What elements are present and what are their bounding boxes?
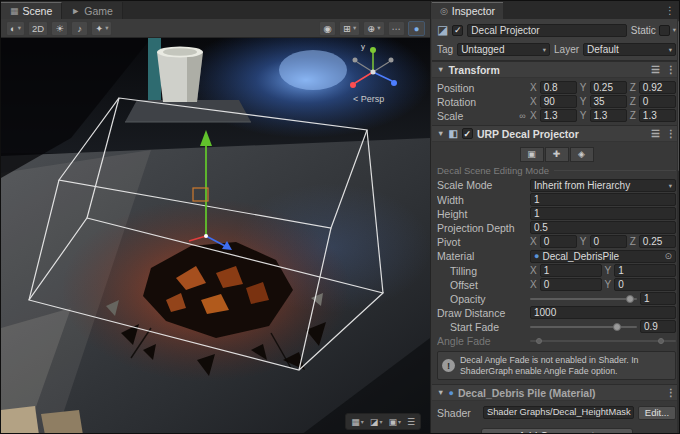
scene-lighting-toggle[interactable]: ☀ <box>51 21 68 36</box>
rotation-label: Rotation <box>437 96 527 108</box>
tag-dropdown[interactable]: Untagged ▾ <box>457 43 550 56</box>
toggle-2d-button[interactable]: 2D <box>28 21 48 36</box>
slider-handle[interactable] <box>613 323 621 331</box>
scene-audio-toggle[interactable]: ♪ <box>71 21 88 36</box>
height-row: Height 1 <box>437 207 676 220</box>
decal-projector-header[interactable]: ▼ ◧ ✓ URP Decal Projector ☰ ⋮ <box>432 125 680 142</box>
shader-dropdown[interactable]: Shader Graphs/Decal_HeightMask ▾ <box>483 406 634 419</box>
draw-distance-field[interactable]: 1000 <box>530 306 676 319</box>
tab-game[interactable]: ► Game <box>62 2 123 19</box>
tilling-y-field[interactable]: 1 <box>614 264 676 277</box>
edit-pivot-button[interactable]: ✚ <box>545 147 569 162</box>
width-field[interactable]: 1 <box>530 193 676 206</box>
gizmo-y-axis-label: y <box>361 42 365 51</box>
start-fade-label: Start Fade <box>437 321 527 333</box>
angle-fade-slider <box>530 335 676 347</box>
offset-row: Offset X 0 Y 0 <box>437 278 676 291</box>
shader-label: Shader <box>437 407 479 419</box>
axis-z-label: Z <box>630 96 636 107</box>
object-picker-icon[interactable]: ⊙ <box>664 251 672 262</box>
component-enabled-checkbox[interactable]: ✓ <box>462 128 473 139</box>
scene-overlay-button[interactable]: ● <box>408 21 425 36</box>
scene-viewport[interactable]: y < Persp ▦ ▾ ◪ ▾ ▣ <box>1 38 430 434</box>
presets-icon[interactable]: ☰ <box>651 128 660 139</box>
warning-text: Decal Angle Fade is not enabled in Shade… <box>460 355 671 376</box>
position-y-field[interactable]: 0.25 <box>590 81 627 94</box>
pivot-label: Pivot <box>437 236 527 248</box>
active-checkbox[interactable]: ✓ <box>452 25 463 36</box>
projection-depth-field[interactable]: 0.5 <box>530 221 676 234</box>
edit-scale-button[interactable]: ▣ <box>520 147 544 162</box>
tab-inspector[interactable]: ◎ Inspector <box>432 2 503 19</box>
inspector-menu-icon[interactable]: ⋮ <box>659 5 680 16</box>
layer-dropdown[interactable]: Default ▾ <box>583 43 676 56</box>
chevron-down-icon: ▾ <box>669 44 672 55</box>
overlay-camera-dropdown[interactable]: ▣ ▾ <box>388 417 401 427</box>
material-section-header[interactable]: ▼ ● Decal_Debris Pile (Material) ⋮ <box>432 384 680 401</box>
start-fade-slider[interactable] <box>530 321 637 333</box>
axis-x-label: X <box>530 110 537 121</box>
height-field[interactable]: 1 <box>530 207 676 220</box>
pivot-z-field[interactable]: 0.25 <box>639 235 676 248</box>
chevron-down-icon: ▾ <box>673 26 676 34</box>
grid-settings-dropdown[interactable]: ⊞ ▾ <box>339 21 360 36</box>
scene-effects-dropdown[interactable]: ✦ ▾ <box>91 21 112 36</box>
gameobject-name-field[interactable]: Decal Projector <box>467 24 626 37</box>
scale-z-field[interactable]: 1.3 <box>639 109 676 122</box>
foldout-icon[interactable]: ▼ <box>437 129 444 138</box>
offset-x-field[interactable]: 0 <box>540 278 602 291</box>
kebab-icon[interactable]: ⋮ <box>666 387 676 398</box>
chevron-down-icon: ▾ <box>361 418 364 425</box>
scale-y-field[interactable]: 1.3 <box>590 109 627 122</box>
position-x-field[interactable]: 0.8 <box>540 81 577 94</box>
transform-title: Transform <box>448 64 499 76</box>
position-z-field[interactable]: 0.92 <box>639 81 676 94</box>
edit-uv-button[interactable]: ◈ <box>570 147 594 162</box>
rotation-y-field[interactable]: 35 <box>590 95 627 108</box>
pivot-y-field[interactable]: 0 <box>590 235 627 248</box>
start-fade-field[interactable]: 0.9 <box>640 320 676 333</box>
position-row: Position X 0.8 Y 0.25 Z 0.92 <box>437 81 676 94</box>
gizmo-persp-label[interactable]: < Persp <box>353 94 384 104</box>
pivot-x-field[interactable]: 0 <box>540 235 577 248</box>
overlay-shading-dropdown[interactable]: ▦ ▾ <box>351 417 364 427</box>
shader-edit-button[interactable]: Edit... <box>638 406 676 420</box>
warning-icon: ! <box>442 359 455 372</box>
decal-projector-title: URP Decal Projector <box>477 128 579 140</box>
transform-header[interactable]: ▼ Transform ☰ ⋮ <box>432 61 680 78</box>
scene-more-button[interactable]: ⋯ <box>388 21 406 36</box>
foldout-icon[interactable]: ▼ <box>437 65 444 74</box>
height-label: Height <box>437 208 527 220</box>
scale-mode-dropdown[interactable]: Inherit from Hierarchy ▾ <box>530 179 676 192</box>
kebab-icon[interactable]: ⋮ <box>666 128 676 139</box>
link-scale-icon[interactable]: ∞ <box>518 111 527 121</box>
material-object-field[interactable]: ● Decal_DebrisPile ⊙ <box>530 250 676 263</box>
scene-visibility-toggle[interactable]: ◉ <box>319 21 336 36</box>
scale-x-field[interactable]: 1.3 <box>540 109 577 122</box>
chevron-down-icon: ▾ <box>379 418 382 425</box>
opacity-slider[interactable] <box>530 293 637 305</box>
tilling-row: Tilling X 1 Y 1 <box>437 264 676 277</box>
opacity-field[interactable]: 1 <box>640 292 676 305</box>
presets-icon[interactable]: ☰ <box>651 64 660 75</box>
kebab-icon[interactable]: ⋮ <box>666 64 676 75</box>
static-label: Static <box>631 25 656 36</box>
rotation-z-field[interactable]: 0 <box>639 95 676 108</box>
tilling-x-field[interactable]: 1 <box>540 264 602 277</box>
overlay-debug-dropdown[interactable]: ◪ ▾ <box>370 417 383 427</box>
rotation-x-field[interactable]: 90 <box>540 95 577 108</box>
slider-handle[interactable] <box>626 295 634 303</box>
offset-y-field[interactable]: 0 <box>614 278 676 291</box>
inspector-tabstrip: ◎ Inspector ⋮ <box>432 1 680 19</box>
width-row: Width 1 <box>437 193 676 206</box>
foldout-icon[interactable]: ▼ <box>437 388 444 397</box>
draw-mode-dropdown[interactable]: ◐ ▾ <box>6 21 25 36</box>
overlay-menu-button[interactable]: ☰ <box>407 417 415 427</box>
tab-scene[interactable]: ▦ Scene <box>1 2 62 19</box>
static-toggle[interactable]: Static ▾ <box>631 25 676 36</box>
static-checkbox[interactable] <box>659 25 670 36</box>
axis-x-label: X <box>530 96 537 107</box>
gizmos-dropdown[interactable]: ⊕ ▾ <box>363 21 384 36</box>
add-component-button[interactable]: Add Component <box>481 428 633 434</box>
pivot-row: Pivot X 0 Y 0 Z 0.25 <box>437 235 676 248</box>
